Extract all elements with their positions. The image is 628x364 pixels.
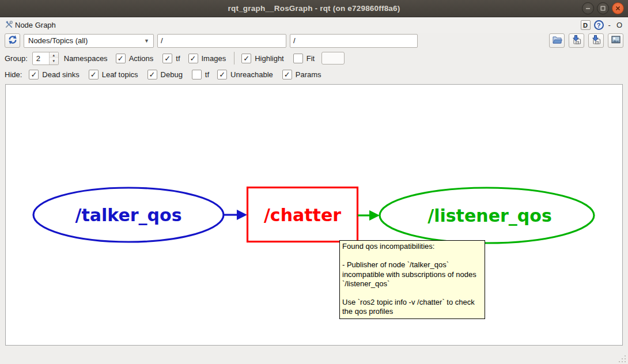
minimize-plugin-button[interactable]: - (607, 21, 612, 29)
minimize-window-icon[interactable] (582, 2, 594, 14)
checkbox-dead-sinks[interactable]: ✓ Dead sinks (29, 70, 79, 79)
refresh-icon (7, 35, 18, 47)
checkbox-label: Debug (161, 70, 183, 79)
close-plugin-button[interactable]: O (615, 21, 623, 29)
save-image-button[interactable] (608, 33, 623, 48)
checkbox-tf-show[interactable]: ✓ tf (162, 54, 180, 63)
graph-type-select[interactable]: Nodes/Topics (all) ▼ (24, 34, 154, 48)
node-listener-label: /listener_qos (428, 206, 552, 226)
checkbox-indicator: ✓ (147, 70, 157, 79)
checkbox-params[interactable]: ✓ Params (282, 70, 321, 79)
rqt-window: { "window": { "title": "rqt_graph__RosGr… (0, 0, 628, 364)
load-dot-button[interactable] (549, 33, 565, 48)
checkbox-indicator (293, 54, 303, 63)
spin-arrows: ▲ ▼ (49, 52, 58, 65)
refresh-button[interactable] (5, 33, 20, 48)
checkbox-highlight[interactable]: ✓ Highlight (241, 54, 284, 63)
tools-icon (5, 20, 13, 31)
spin-down-icon[interactable]: ▼ (50, 58, 58, 65)
hide-row: Hide: ✓ Dead sinks ✓ Leaf topics ✓ Debug… (5, 68, 321, 81)
checkbox-indicator: ✓ (241, 54, 251, 63)
checkbox-fit[interactable]: Fit (293, 54, 315, 63)
topic-filter-input[interactable] (290, 34, 418, 48)
chevron-down-icon: ▼ (144, 38, 149, 44)
node-talker-label: /talker_qos (75, 205, 181, 225)
checkbox-label: Params (296, 70, 321, 79)
checkbox-indicator: ✓ (282, 70, 292, 79)
graph-type-value: Nodes/Topics (all) (28, 36, 88, 45)
group-value: 2 (33, 52, 49, 65)
blank-button[interactable] (321, 52, 345, 65)
maximize-window-icon[interactable] (597, 2, 609, 14)
checkbox-unreachable[interactable]: ✓ Unreachable (217, 70, 273, 79)
ros-graph: /talker_qos /chatter /listener_qos (6, 85, 622, 345)
plugin-header: Node Graph D ? - O (0, 17, 628, 33)
checkbox-label: Actions (129, 54, 154, 63)
checkbox-label: Highlight (255, 54, 284, 63)
toolbar: Nodes/Topics (all) ▼ (5, 33, 623, 48)
graph-canvas[interactable]: /talker_qos /chatter /listener_qos Found… (5, 84, 623, 346)
resize-grip[interactable] (618, 355, 626, 362)
titlebar[interactable]: rqt_graph__RosGraph - rqt (on e729860ff8… (0, 0, 628, 17)
window-controls (582, 2, 624, 14)
status-strip (0, 346, 628, 364)
checkbox-label: Unreachable (230, 70, 273, 79)
close-window-icon[interactable] (612, 2, 624, 14)
dock-d-button[interactable]: D (581, 20, 591, 30)
qos-tooltip: Found qos incompatibilities: - Publisher… (339, 240, 485, 319)
checkbox-indicator: ✓ (116, 54, 126, 63)
window-title: rqt_graph__RosGraph - rqt (on e729860ff8… (228, 4, 400, 13)
save-svg-button[interactable] (588, 33, 604, 48)
open-folder-icon (552, 35, 562, 47)
checkbox-actions[interactable]: ✓ Actions (116, 54, 154, 63)
checkbox-images[interactable]: ✓ Images (188, 54, 226, 63)
toolbar-save-buttons (549, 33, 623, 48)
group-spinbox[interactable]: 2 ▲ ▼ (32, 52, 59, 65)
save-disk-icon (572, 35, 582, 47)
checkbox-label: Fit (307, 54, 315, 63)
checkbox-tf-hide[interactable]: tf (192, 70, 209, 79)
toolbar-separator (234, 52, 234, 65)
checkbox-indicator (192, 70, 202, 79)
checkbox-label: Dead sinks (42, 70, 79, 79)
arrowhead-icon (237, 210, 247, 220)
save-disk-icon (591, 35, 601, 47)
checkbox-debug[interactable]: ✓ Debug (147, 70, 183, 79)
checkbox-indicator: ✓ (89, 70, 99, 79)
checkbox-label: tf (176, 54, 180, 63)
checkbox-indicator: ✓ (188, 54, 198, 63)
checkbox-label: tf (205, 70, 209, 79)
panel-header-buttons: D ? - O (581, 20, 623, 30)
node-chatter-label: /chatter (264, 205, 341, 225)
checkbox-leaf-topics[interactable]: ✓ Leaf topics (89, 70, 138, 79)
checkbox-label: Leaf topics (102, 70, 138, 79)
checkbox-label: Images (202, 54, 226, 63)
namespaces-label: Namespaces (64, 54, 108, 63)
node-filter-input[interactable] (157, 34, 286, 48)
checkbox-indicator: ✓ (162, 54, 172, 63)
image-icon (611, 35, 621, 47)
checkbox-indicator: ✓ (217, 70, 227, 79)
checkbox-indicator: ✓ (29, 70, 39, 79)
spin-up-icon[interactable]: ▲ (50, 52, 58, 59)
arrowhead-icon (369, 210, 380, 221)
hide-label: Hide: (5, 70, 22, 79)
options-row: Group: 2 ▲ ▼ Namespaces ✓ Actions ✓ tf ✓… (5, 51, 345, 65)
panel-title: Node Graph (15, 21, 56, 29)
group-label: Group: (5, 54, 28, 63)
help-icon[interactable]: ? (594, 20, 604, 30)
save-dot-button[interactable] (569, 33, 584, 48)
